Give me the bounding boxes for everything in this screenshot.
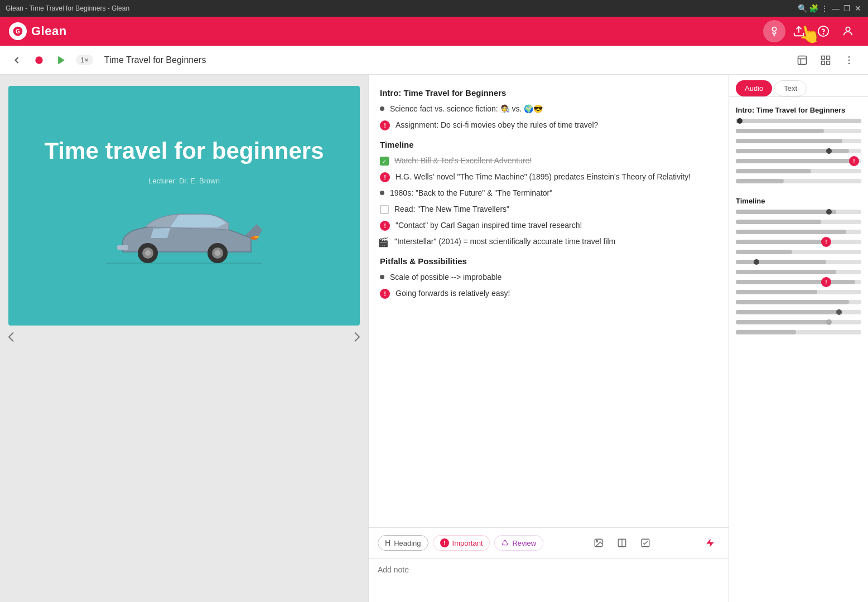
wf-track[interactable] <box>736 139 861 143</box>
svg-point-18 <box>848 56 850 57</box>
bullet-icon <box>380 275 384 279</box>
upload-button[interactable] <box>788 20 810 42</box>
important-icon: ! <box>380 172 390 182</box>
wf-track[interactable] <box>736 169 861 173</box>
audio-tab[interactable]: Audio <box>736 80 772 96</box>
bullet-icon <box>380 106 384 111</box>
wf-track[interactable] <box>736 129 861 133</box>
close-button[interactable]: ✕ <box>853 4 862 13</box>
slide-panel: Time travel for beginners Lecturer: Dr. … <box>0 75 368 602</box>
note-item: Read: "The New Time Travellers" <box>380 203 717 215</box>
wf-track[interactable] <box>736 210 861 214</box>
toolbar-right <box>792 50 859 70</box>
top-nav: G Glean <box>0 17 868 46</box>
text-tab[interactable]: Text <box>774 80 807 96</box>
menu-button[interactable]: ⋮ <box>820 4 829 13</box>
heading-tag-button[interactable]: H Heading <box>378 535 428 551</box>
prev-slide-button[interactable] <box>2 326 20 351</box>
note-item: Scale of possible --> improbable <box>380 271 717 283</box>
svg-marker-10 <box>58 56 65 64</box>
wf-track[interactable]: ! <box>736 159 861 163</box>
checkbox-checked-icon[interactable]: ✓ <box>380 157 389 166</box>
add-note-input[interactable] <box>378 565 720 593</box>
svg-point-30 <box>254 236 259 238</box>
svg-point-9 <box>35 56 42 64</box>
svg-marker-36 <box>706 539 714 547</box>
next-slide-button[interactable] <box>348 326 366 351</box>
checkbox-icon[interactable] <box>380 205 389 214</box>
slide-container: Time travel for beginners Lecturer: Dr. … <box>8 86 360 326</box>
image-tool-button[interactable] <box>589 533 608 552</box>
wf-track[interactable] <box>736 260 861 264</box>
wf-track[interactable] <box>736 300 861 304</box>
wf-section-timeline: Timeline <box>736 197 861 205</box>
section-heading-pitfalls: Pitfalls & Possibilities <box>380 256 717 266</box>
flash-tool-button[interactable] <box>701 533 720 552</box>
maximize-button[interactable]: ❐ <box>842 4 851 13</box>
notes-view-button[interactable] <box>792 50 812 70</box>
notes-panel: Intro: Time Travel for Beginners Science… <box>368 75 729 602</box>
wf-track[interactable] <box>736 230 861 234</box>
minimize-button[interactable]: — <box>831 4 840 13</box>
wf-track[interactable]: ! <box>736 240 861 244</box>
right-sidebar: Audio Text Intro: Time Travel for Beginn… <box>729 75 868 602</box>
wf-section-intro: Intro: Time Travel for Beginners <box>736 106 861 114</box>
search-button[interactable]: 🔍 <box>798 4 807 13</box>
svg-rect-17 <box>827 61 830 64</box>
wf-track[interactable] <box>736 320 861 324</box>
important-icon: ! <box>380 289 390 299</box>
layout-button[interactable] <box>816 50 836 70</box>
note-text: Assignment: Do sci-fi movies obey the ru… <box>396 119 598 131</box>
svg-point-27 <box>215 250 220 256</box>
section-heading-intro: Intro: Time Travel for Beginners <box>380 88 717 98</box>
note-text: Watch: Bill & Ted's Excellent Adventure! <box>394 155 532 167</box>
section-heading-timeline: Timeline <box>380 140 717 149</box>
review-tag-button[interactable]: ♺ Review <box>494 535 543 551</box>
wf-track[interactable] <box>736 310 861 314</box>
record-button[interactable] <box>31 52 47 68</box>
help-button[interactable] <box>812 20 835 42</box>
svg-point-19 <box>848 59 850 61</box>
note-text: Science fact vs. science fiction: 🧑‍🔬 vs… <box>390 103 543 115</box>
wf-track[interactable] <box>736 330 861 334</box>
checkbox-tool-button[interactable] <box>636 533 655 552</box>
heading-icon: H <box>385 538 390 547</box>
important-icon: ! <box>380 120 390 130</box>
svg-text:G: G <box>16 28 20 35</box>
bullet-icon <box>380 191 384 195</box>
more-button[interactable] <box>839 50 859 70</box>
doc-title: Time Travel for Beginners <box>104 55 785 65</box>
wf-track[interactable] <box>736 119 861 123</box>
split-tool-button[interactable] <box>613 533 631 552</box>
wf-track[interactable] <box>736 270 861 274</box>
wf-track[interactable] <box>736 149 861 153</box>
top-nav-right <box>763 20 859 42</box>
wf-track[interactable] <box>736 179 861 183</box>
note-item: 🎬 "Interstellar" (2014) = most scientifi… <box>380 236 717 247</box>
wf-track[interactable]: ! <box>736 280 861 284</box>
car-image <box>106 207 262 274</box>
play-button[interactable] <box>54 52 69 68</box>
extension-button[interactable]: 🧩 <box>809 4 818 13</box>
important-tag-button[interactable]: ! Important <box>433 535 490 551</box>
wf-track[interactable] <box>736 290 861 294</box>
speed-badge[interactable]: 1× <box>76 55 93 65</box>
toolbar: 1× Time Travel for Beginners <box>0 46 868 75</box>
note-text: 1980s: "Back to the Future" & "The Termi… <box>390 187 552 199</box>
wf-track[interactable] <box>736 250 861 254</box>
bulb-button[interactable] <box>763 20 785 42</box>
slide-lecturer: Lecturer: Dr. E. Brown <box>148 177 220 185</box>
review-icon: ♺ <box>501 538 509 547</box>
user-button[interactable] <box>837 20 859 42</box>
notes-content: Intro: Time Travel for Beginners Science… <box>369 75 729 527</box>
important-tag-icon: ! <box>440 538 449 547</box>
main-content: Time travel for beginners Lecturer: Dr. … <box>0 75 868 602</box>
note-item: ! Going forwards is relatively easy! <box>380 288 717 299</box>
note-text: Read: "The New Time Travellers" <box>394 203 509 215</box>
wf-track[interactable] <box>736 220 861 224</box>
back-button[interactable] <box>9 52 25 68</box>
note-text: Going forwards is relatively easy! <box>396 288 510 299</box>
svg-rect-14 <box>822 56 825 59</box>
note-item: ✓ Watch: Bill & Ted's Excellent Adventur… <box>380 155 717 167</box>
title-bar: Glean - Time Travel for Beginners - Glea… <box>0 0 868 17</box>
